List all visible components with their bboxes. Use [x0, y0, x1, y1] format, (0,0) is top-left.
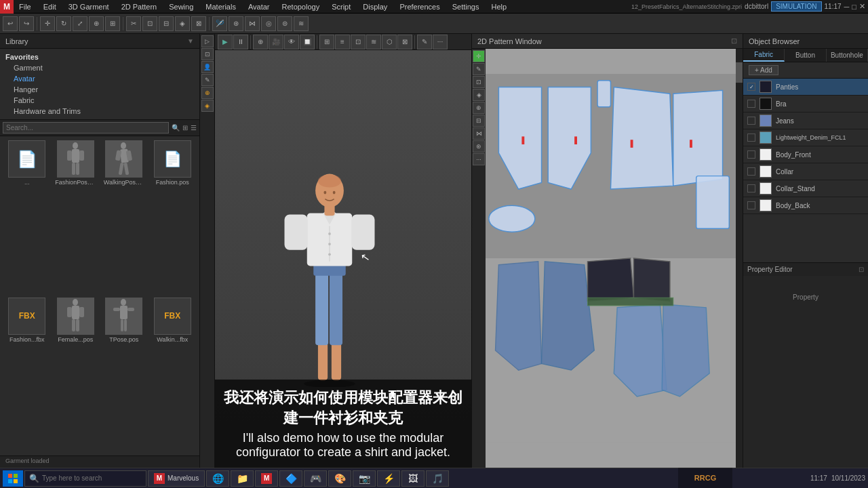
- minimize-btn[interactable]: ─: [844, 3, 850, 11]
- menu-edit[interactable]: Edit: [38, 1, 62, 12]
- 3d-nav-8[interactable]: ≋: [366, 35, 381, 49]
- toolbar-btn-11[interactable]: ⊛: [229, 16, 243, 31]
- pattern-scrollbar[interactable]: [736, 49, 743, 468]
- asset-item-fashion-pos[interactable]: 📄 Fashion.pos: [150, 140, 196, 295]
- menu-3d-garment[interactable]: 3D Garment: [63, 1, 115, 12]
- menu-script[interactable]: Script: [326, 1, 356, 12]
- taskbar-marvelous[interactable]: M Marvelous: [148, 470, 205, 487]
- menu-display[interactable]: Display: [357, 1, 393, 12]
- tree-avatar[interactable]: Avatar: [0, 73, 199, 84]
- 3d-nav-10[interactable]: ⊠: [397, 35, 412, 49]
- 3d-nav-6[interactable]: ≡: [335, 35, 350, 49]
- add-button[interactable]: + Add: [749, 65, 778, 75]
- toolbar-btn-10[interactable]: ⊠: [191, 16, 206, 31]
- toolbar-btn-4[interactable]: ⊕: [89, 16, 104, 31]
- taskbar-app2[interactable]: 🔷: [279, 470, 302, 487]
- fabric-item-bra[interactable]: Bra: [743, 96, 868, 113]
- vt-btn-4[interactable]: ✎: [201, 74, 214, 86]
- toolbar-btn-5[interactable]: ⊞: [105, 16, 120, 31]
- pattern-tb-1[interactable]: ✛: [473, 50, 485, 62]
- toolbar-btn-scale[interactable]: ⤢: [73, 16, 87, 31]
- 3d-nav-12[interactable]: ···: [433, 35, 448, 49]
- pattern-expand-icon[interactable]: ⊡: [731, 37, 737, 45]
- fabric-item-lightweight[interactable]: Lightweight_Denim_FCL1: [743, 129, 868, 146]
- asset-item-walkin-fbx[interactable]: FBX Walkin...fbx: [150, 298, 196, 452]
- 3d-viewport[interactable]: ↖ 我还将演示如何使用模块配置器来创建一件衬衫和夹克 I'll also dem…: [215, 50, 471, 468]
- list-view-icon[interactable]: ☰: [191, 124, 197, 131]
- toolbar-btn-14[interactable]: ⊜: [277, 16, 292, 31]
- pattern-tb-6[interactable]: ⊟: [473, 115, 485, 127]
- taskbar-app6[interactable]: ⚡: [377, 470, 400, 487]
- menu-2d-pattern[interactable]: 2D Pattern: [116, 1, 163, 12]
- toolbar-btn-13[interactable]: ◎: [261, 16, 276, 31]
- close-btn[interactable]: ✕: [859, 2, 865, 11]
- toolbar-btn-1[interactable]: ↩: [3, 16, 18, 31]
- asset-item-fashion-fbx[interactable]: FBX Fashion...fbx: [4, 298, 50, 452]
- taskbar-app5[interactable]: 📷: [353, 470, 376, 487]
- pattern-tb-5[interactable]: ⊕: [473, 102, 485, 114]
- menu-file[interactable]: File: [14, 1, 37, 12]
- taskbar-app4[interactable]: 🎨: [328, 470, 351, 487]
- tree-garment[interactable]: Garment: [0, 62, 199, 73]
- taskbar-app8[interactable]: 🎵: [426, 470, 449, 487]
- grid-view-icon[interactable]: ⊞: [182, 124, 188, 131]
- scrollbar-thumb[interactable]: [736, 62, 743, 83]
- tree-hardware[interactable]: Hardware and Trims: [0, 106, 199, 117]
- taskbar-app7[interactable]: 🖼: [401, 470, 425, 487]
- asset-item-fashionpose[interactable]: FashionPose_fi: [53, 140, 99, 295]
- fabric-item-body-back[interactable]: Body_Back: [743, 197, 868, 214]
- toolbar-btn-move[interactable]: ✛: [40, 16, 55, 31]
- toolbar-btn-15[interactable]: ≋: [294, 16, 309, 31]
- tree-hanger[interactable]: Hanger: [0, 84, 199, 95]
- taskbar-search-input[interactable]: [42, 474, 137, 482]
- 3d-nav-4[interactable]: 🔲: [300, 35, 315, 49]
- asset-item-walkingpose[interactable]: WalkingPose_fi: [101, 140, 147, 295]
- pattern-tb-4[interactable]: ◈: [473, 89, 485, 101]
- toolbar-btn-6[interactable]: ✂: [126, 16, 141, 31]
- library-icon[interactable]: ▼: [187, 37, 194, 45]
- search-input[interactable]: [3, 122, 169, 134]
- taskbar-chrome[interactable]: 🌐: [206, 470, 229, 487]
- menu-help[interactable]: Help: [486, 1, 512, 12]
- menu-sewing[interactable]: Sewing: [163, 1, 199, 12]
- fabric-item-body-front[interactable]: Body_Front: [743, 146, 868, 163]
- menu-settings[interactable]: Settings: [447, 1, 485, 12]
- 3d-nav-7[interactable]: ⊡: [351, 35, 366, 49]
- toolbar-btn-2[interactable]: ↪: [19, 16, 34, 31]
- vt-btn-1[interactable]: ▷: [201, 35, 214, 47]
- fabric-item-collar-stand[interactable]: Collar_Stand: [743, 180, 868, 197]
- toolbar-btn-12[interactable]: ⋈: [245, 16, 260, 31]
- simulation-badge[interactable]: SIMULATION: [771, 1, 821, 12]
- taskbar-app3[interactable]: 🎮: [304, 470, 327, 487]
- menu-preferences[interactable]: Preferences: [394, 1, 445, 12]
- taskbar-explorer[interactable]: 📁: [231, 470, 254, 487]
- taskbar-search[interactable]: 🔍: [24, 470, 146, 487]
- 3d-nav-9[interactable]: ⬡: [382, 35, 397, 49]
- start-button[interactable]: [3, 470, 23, 487]
- maximize-btn[interactable]: □: [852, 3, 856, 11]
- fabric-item-jeans[interactable]: Jeans: [743, 113, 868, 129]
- toolbar-btn-9[interactable]: ◈: [175, 16, 190, 31]
- pattern-canvas[interactable]: [486, 49, 736, 468]
- vt-btn-6[interactable]: ◈: [201, 100, 214, 112]
- property-editor-icon[interactable]: ⊡: [859, 266, 864, 273]
- pattern-tb-9[interactable]: ···: [473, 153, 485, 165]
- play-btn[interactable]: ▶: [218, 35, 233, 49]
- toolbar-btn-8[interactable]: ⊟: [159, 16, 174, 31]
- asset-item-dots[interactable]: 📄 ...: [4, 140, 50, 295]
- 3d-nav-2[interactable]: 🎥: [269, 35, 283, 49]
- vt-btn-2[interactable]: ⊡: [201, 48, 214, 60]
- pattern-tb-7[interactable]: ⋈: [473, 127, 485, 140]
- fabric-item-panties[interactable]: ✓ Panties: [743, 79, 868, 96]
- taskbar-md[interactable]: M: [255, 470, 278, 487]
- menu-avatar[interactable]: Avatar: [243, 1, 275, 12]
- asset-item-tpose[interactable]: TPose.pos: [101, 298, 147, 452]
- asset-item-female-pos[interactable]: Female...pos: [53, 298, 99, 452]
- tree-fabric[interactable]: Fabric: [0, 95, 199, 106]
- fabric-item-collar[interactable]: Collar: [743, 163, 868, 180]
- pattern-tb-3[interactable]: ⊡: [473, 76, 485, 88]
- menu-retopology[interactable]: Retopology: [277, 1, 326, 12]
- 3d-nav-5[interactable]: ⊞: [319, 35, 334, 49]
- menu-materials[interactable]: Materials: [200, 1, 241, 12]
- 3d-nav-11[interactable]: ✎: [417, 35, 432, 49]
